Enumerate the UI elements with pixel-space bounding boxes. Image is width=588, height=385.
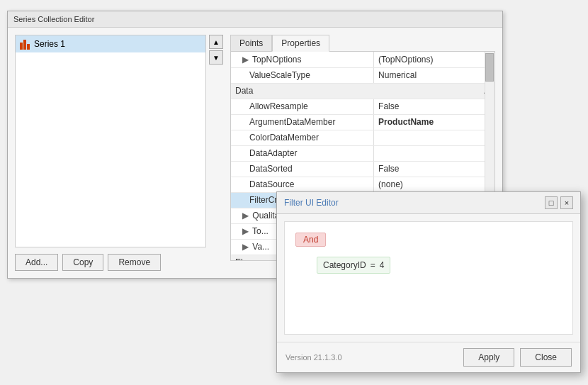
filter-value: 4 [380,260,385,270]
series-bar-icon [20,38,30,50]
table-row: DataSorted False [231,161,494,177]
section-header-cell: Data ▲ [231,83,494,99]
prop-value: ProductName [374,114,494,130]
table-row: ColorDataMember [231,130,494,145]
tabs: Points Properties [230,35,495,52]
prop-value: Numerical [374,67,494,83]
filter-operator: = [371,260,375,270]
prop-value [374,145,494,161]
version-text: Version 21.1.3.0 [285,353,342,362]
series-list: Series 1 [15,35,206,247]
scroll-down-button[interactable]: ▼ [209,50,223,65]
apply-button[interactable]: Apply [463,348,514,367]
scroll-up-button[interactable]: ▲ [209,35,223,49]
series-item[interactable]: Series 1 [16,35,205,52]
left-panel: Series 1 ▲ ▼ Add... Copy Remove [15,35,223,271]
scroll-buttons: ▲ ▼ [209,35,223,247]
prop-key: AllowResample [231,99,374,114]
filter-ui-editor-dialog: Filter UI Editor □ × And CategoryID = 4 … [276,191,581,373]
filter-field: CategoryID [323,260,366,270]
table-row: AllowResample False [231,99,494,114]
prop-value [374,130,494,145]
editor-titlebar: Series Collection Editor [8,11,502,28]
dialog-body: And CategoryID = 4 [284,221,573,335]
remove-button[interactable]: Remove [108,254,161,271]
prop-value: (none) [374,177,494,192]
dialog-controls: □ × [545,196,573,209]
editor-title: Series Collection Editor [13,15,94,23]
prop-value: False [374,161,494,177]
add-button[interactable]: Add... [15,254,58,271]
table-row: ▶ TopNOptions (TopNOptions) [231,52,494,67]
prop-key: ValueScaleType [231,67,374,83]
dialog-footer: Version 21.1.3.0 Apply Close [277,342,580,372]
prop-key: ColorDataMember [231,130,374,145]
prop-key: ▶ TopNOptions [231,52,374,67]
prop-key: DataSource [231,177,374,192]
scrollbar-thumb[interactable] [485,53,494,82]
prop-value: (TopNOptions) [374,52,494,67]
tab-properties[interactable]: Properties [272,35,329,52]
table-row: DataAdapter [231,145,494,161]
table-row: DataSource (none) [231,177,494,192]
data-section-header: Data ▲ [231,83,494,99]
tab-points[interactable]: Points [230,35,272,51]
prop-key: ArgumentDataMember [231,114,374,130]
table-row: ValueScaleType Numerical [231,67,494,83]
close-button[interactable]: Close [520,348,572,367]
and-badge: And [295,233,326,247]
series-item-label: Series 1 [34,39,65,49]
prop-value: False [374,99,494,114]
buttons-row: Add... Copy Remove [15,254,223,271]
prop-key: DataSorted [231,161,374,177]
prop-key: DataAdapter [231,145,374,161]
close-dialog-button[interactable]: × [560,196,573,209]
dialog-title: Filter UI Editor [284,198,339,208]
dialog-buttons: Apply Close [463,348,572,367]
dialog-titlebar: Filter UI Editor □ × [277,192,580,214]
minimize-button[interactable]: □ [545,196,558,209]
copy-button[interactable]: Copy [62,254,103,271]
filter-condition: CategoryID = 4 [317,257,390,274]
table-row: ArgumentDataMember ProductName [231,114,494,130]
